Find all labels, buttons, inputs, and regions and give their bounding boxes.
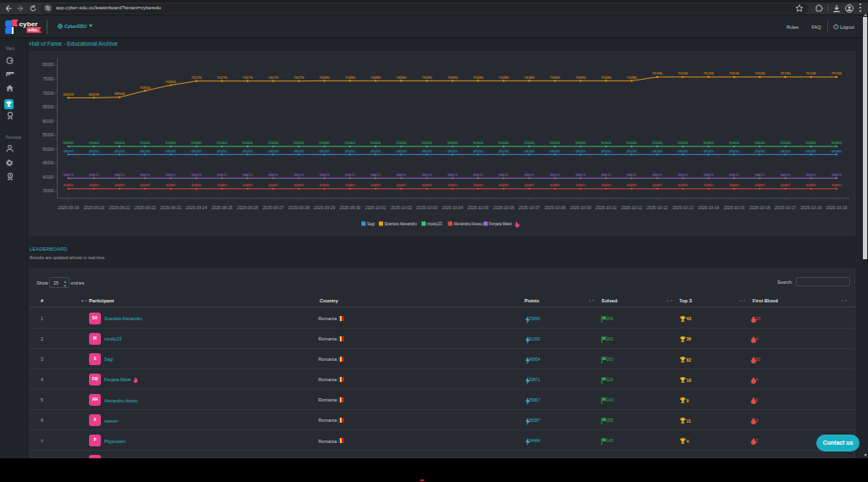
svg-text:70815: 70815: [140, 86, 151, 90]
svg-text:51000: 51000: [729, 141, 740, 145]
svg-text:35887: 35887: [63, 183, 74, 187]
svg-text:39671: 39671: [268, 173, 279, 177]
svg-text:51000: 51000: [421, 141, 432, 145]
svg-text:2025-10-09: 2025-10-09: [570, 206, 591, 210]
svg-text:68339: 68339: [89, 92, 100, 97]
svg-text:51000: 51000: [268, 141, 279, 145]
svg-text:2025-09-30: 2025-09-30: [340, 206, 361, 210]
svg-text:51000: 51000: [524, 141, 535, 145]
svg-text:39671: 39671: [320, 173, 331, 177]
svg-text:35887: 35887: [832, 183, 843, 187]
svg-text:39671: 39671: [832, 173, 843, 177]
svg-text:2025-09-21: 2025-09-21: [109, 206, 131, 210]
svg-text:74390: 74390: [524, 75, 535, 80]
svg-text:48094: 48094: [626, 149, 637, 153]
svg-text:80000: 80000: [42, 63, 54, 67]
svg-text:35887: 35887: [421, 183, 432, 187]
svg-text:48094: 48094: [806, 149, 817, 153]
svg-text:2025-09-26: 2025-09-26: [237, 206, 259, 210]
svg-text:51000: 51000: [704, 141, 715, 145]
svg-text:35887: 35887: [293, 183, 304, 187]
svg-text:74390: 74390: [396, 75, 407, 80]
svg-text:35887: 35887: [192, 183, 203, 187]
svg-text:51000: 51000: [549, 141, 560, 145]
svg-text:Fenjata Matei: Fenjata Matei: [489, 222, 512, 226]
svg-text:65000: 65000: [42, 105, 54, 109]
svg-text:51000: 51000: [626, 141, 637, 145]
svg-text:2025-10-10: 2025-10-10: [596, 206, 617, 210]
svg-text:51000: 51000: [601, 141, 612, 145]
svg-text:48094: 48094: [704, 149, 715, 153]
svg-text:35887: 35887: [806, 183, 817, 187]
svg-text:39671: 39671: [396, 173, 407, 177]
svg-text:51000: 51000: [754, 141, 765, 145]
svg-text:48094: 48094: [114, 149, 125, 153]
svg-text:39671: 39671: [524, 173, 535, 177]
svg-text:39671: 39671: [140, 173, 151, 177]
svg-text:39671: 39671: [242, 173, 253, 177]
svg-text:2025-09-27: 2025-09-27: [263, 206, 284, 210]
svg-text:39671: 39671: [754, 173, 765, 177]
svg-text:74276: 74276: [293, 75, 304, 80]
svg-text:2025-10-15: 2025-10-15: [724, 206, 745, 210]
svg-text:74390: 74390: [601, 75, 612, 80]
svg-text:39671: 39671: [780, 173, 791, 177]
svg-text:74390: 74390: [549, 75, 560, 80]
svg-text:35887: 35887: [498, 183, 509, 187]
svg-text:35887: 35887: [780, 183, 791, 187]
svg-text:51000: 51000: [576, 141, 587, 145]
svg-text:48094: 48094: [89, 149, 100, 153]
svg-text:39671: 39671: [473, 173, 484, 177]
svg-text:39671: 39671: [549, 173, 560, 177]
svg-text:35887: 35887: [345, 183, 356, 187]
svg-text:48094: 48094: [421, 149, 432, 153]
svg-text:51000: 51000: [293, 141, 304, 145]
svg-text:51000: 51000: [63, 141, 74, 145]
svg-text:74390: 74390: [320, 75, 331, 80]
svg-text:35887: 35887: [448, 183, 459, 187]
svg-text:48094: 48094: [268, 149, 279, 153]
svg-text:39671: 39671: [498, 173, 509, 177]
svg-text:35887: 35887: [601, 183, 612, 187]
svg-text:75746: 75746: [754, 71, 765, 75]
svg-text:35887: 35887: [704, 183, 715, 187]
svg-text:51000: 51000: [114, 141, 125, 145]
svg-text:72844: 72844: [165, 80, 176, 84]
svg-text:2025-10-04: 2025-10-04: [442, 206, 463, 210]
svg-text:2025-10-12: 2025-10-12: [647, 206, 668, 210]
svg-text:48094: 48094: [140, 149, 151, 153]
svg-text:39671: 39671: [806, 173, 817, 177]
svg-text:51000: 51000: [677, 141, 688, 145]
svg-text:48094: 48094: [448, 149, 459, 153]
svg-text:2025-09-20: 2025-09-20: [83, 206, 104, 210]
svg-text:51000: 51000: [396, 141, 407, 145]
svg-text:35887: 35887: [396, 183, 407, 187]
svg-text:48094: 48094: [729, 149, 740, 153]
svg-text:39671: 39671: [165, 173, 176, 177]
svg-text:2025-09-19: 2025-09-19: [58, 206, 79, 210]
svg-text:48094: 48094: [754, 149, 765, 153]
svg-text:2025-10-01: 2025-10-01: [365, 206, 387, 210]
svg-text:51000: 51000: [806, 141, 817, 145]
svg-text:35887: 35887: [677, 183, 688, 187]
svg-text:2025-09-23: 2025-09-23: [160, 206, 181, 210]
svg-text:74390: 74390: [421, 75, 432, 80]
svg-text:51000: 51000: [140, 141, 151, 145]
svg-text:48094: 48094: [217, 149, 228, 153]
svg-text:2025-10-07: 2025-10-07: [519, 206, 540, 210]
svg-text:74390: 74390: [626, 75, 637, 80]
svg-text:39671: 39671: [370, 173, 381, 177]
svg-text:39671: 39671: [448, 173, 459, 177]
svg-text:2025-09-22: 2025-09-22: [135, 206, 156, 210]
svg-text:2025-10-19: 2025-10-19: [826, 206, 848, 210]
svg-text:51000: 51000: [780, 141, 791, 145]
svg-text:51000: 51000: [242, 141, 253, 145]
svg-text:35887: 35887: [89, 183, 100, 187]
svg-text:51000: 51000: [652, 141, 663, 145]
svg-text:mcsky23: mcsky23: [427, 222, 442, 226]
svg-text:74390: 74390: [498, 75, 509, 80]
svg-text:74390: 74390: [370, 75, 381, 80]
svg-text:39671: 39671: [677, 173, 688, 177]
svg-text:48094: 48094: [242, 149, 253, 153]
svg-text:51000: 51000: [89, 141, 100, 145]
